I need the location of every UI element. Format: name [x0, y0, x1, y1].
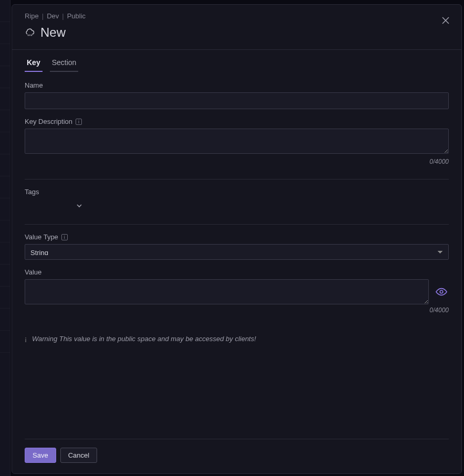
modal-header: Ripe | Dev | Public New [12, 5, 461, 50]
name-label: Name [25, 81, 449, 89]
svg-point-5 [440, 290, 443, 293]
eye-icon [436, 286, 447, 298]
warning-label: Warning [32, 335, 57, 343]
description-textarea[interactable] [25, 129, 449, 154]
value-counter: 0/4000 [25, 306, 449, 314]
spacer [25, 343, 449, 439]
description-label-text: Key Description [25, 118, 72, 125]
name-field-group: Name [25, 81, 449, 109]
cloud-icon [25, 26, 35, 39]
info-icon[interactable]: i [61, 234, 68, 240]
sidebar-sliver [0, 0, 10, 476]
warning-message: ¡ Warning This value is in the public sp… [25, 335, 449, 343]
toggle-visibility-button[interactable] [434, 279, 449, 304]
modal-body: Key Section Name Key Description i 0/400… [12, 50, 461, 473]
close-button[interactable] [439, 14, 452, 27]
description-field-group: Key Description i 0/4000 [25, 118, 449, 165]
breadcrumb: Ripe | Dev | Public [25, 12, 449, 20]
modal-footer: Save Cancel [25, 439, 449, 473]
value-type-label-text: Value Type [25, 233, 58, 241]
divider [25, 179, 449, 179]
breadcrumb-separator: | [62, 12, 64, 20]
value-field-group: Value 0/4000 [25, 268, 449, 314]
cancel-button[interactable]: Cancel [60, 448, 97, 463]
chevron-down-icon [76, 203, 82, 209]
value-label: Value [25, 268, 449, 276]
divider [25, 224, 449, 225]
tags-field-group: Tags [25, 188, 449, 213]
warning-body: This value is in the public space and ma… [59, 335, 256, 343]
tab-key[interactable]: Key [25, 55, 43, 72]
title-row: New [25, 25, 449, 40]
breadcrumb-item[interactable]: Public [67, 12, 86, 20]
breadcrumb-item[interactable]: Dev [47, 12, 59, 20]
value-type-field-group: Value Type i String [25, 233, 449, 260]
new-key-modal: Ripe | Dev | Public New Key [12, 4, 462, 474]
breadcrumb-item[interactable]: Ripe [25, 12, 39, 20]
info-icon[interactable]: i [76, 119, 82, 125]
tabs: Key Section [25, 55, 449, 72]
value-type-label: Value Type i [25, 233, 449, 241]
tags-label: Tags [25, 188, 449, 196]
description-label: Key Description i [25, 118, 449, 125]
tags-dropdown[interactable] [25, 199, 88, 213]
description-counter: 0/4000 [25, 158, 449, 165]
save-button[interactable]: Save [25, 448, 56, 463]
warning-text: Warning This value is in the public spac… [32, 335, 256, 343]
breadcrumb-separator: | [42, 12, 44, 20]
warning-icon: ¡ [25, 335, 27, 343]
name-input[interactable] [25, 92, 449, 109]
value-textarea[interactable] [25, 279, 429, 304]
tab-section[interactable]: Section [50, 55, 79, 72]
value-type-select[interactable]: String [25, 244, 449, 260]
value-row [25, 279, 449, 304]
page-title: New [40, 25, 66, 40]
